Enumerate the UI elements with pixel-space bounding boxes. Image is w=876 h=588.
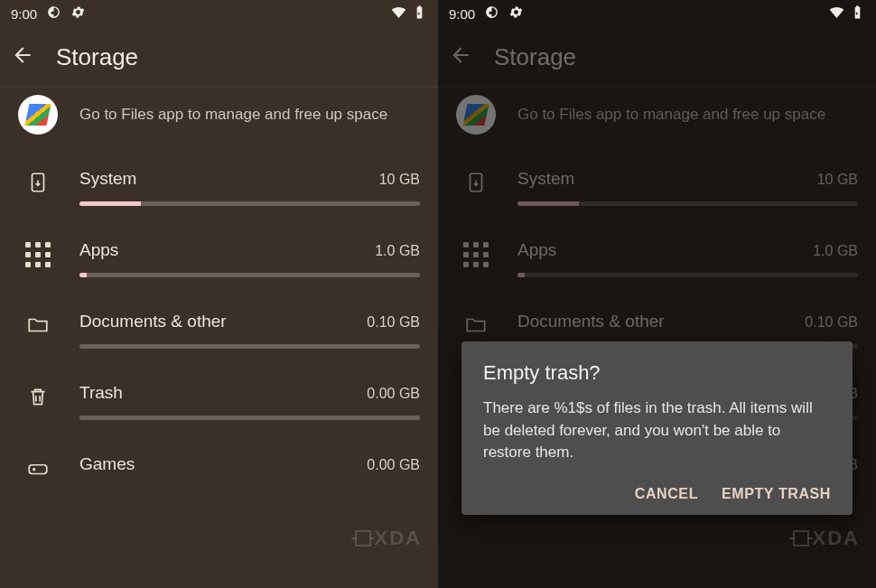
empty-trash-button[interactable]: EMPTY TRASH (722, 486, 831, 502)
category-label: Documents & other (517, 312, 665, 331)
category-label: System (517, 169, 574, 189)
page-title: Storage (494, 43, 576, 71)
files-hint-text: Go to Files app to manage and free up sp… (517, 105, 825, 126)
usage-bar (517, 201, 858, 206)
category-size: 1.0 GB (375, 243, 420, 259)
category-documents[interactable]: Documents & other 0.10 GB (0, 294, 438, 365)
back-button[interactable] (11, 43, 34, 70)
category-apps[interactable]: Apps 1.0 GB (0, 222, 438, 294)
usage-fill (517, 273, 525, 277)
category-trash[interactable]: Trash 0.00 GB (0, 365, 438, 436)
page-title: Storage (56, 43, 138, 71)
settings-gear-icon (70, 5, 86, 23)
system-icon (26, 171, 50, 198)
status-bar: 9:00 (438, 0, 876, 27)
category-label: System (79, 169, 136, 189)
usage-bar (79, 415, 420, 420)
back-button[interactable] (449, 43, 472, 70)
phone-right: 9:00 Storage Go to Files app to manage a… (438, 0, 876, 588)
folder-icon (464, 313, 488, 341)
phone-left: 9:00 Storage Go to Files app to manage a… (0, 0, 438, 588)
category-size: 0.10 GB (805, 314, 858, 331)
app-bar: Storage (438, 27, 876, 87)
usage-bar (79, 273, 420, 277)
data-saver-icon (46, 5, 61, 23)
battery-icon (412, 5, 427, 23)
gamepad-icon (26, 456, 50, 483)
apps-icon (463, 242, 489, 267)
category-label: Documents & other (79, 312, 227, 331)
system-icon (464, 171, 488, 198)
usage-bar (517, 273, 858, 277)
usage-fill (79, 201, 141, 206)
usage-fill (79, 273, 87, 277)
dialog-title: Empty trash? (483, 361, 831, 385)
category-size: 1.0 GB (813, 243, 858, 259)
category-size: 0.10 GB (367, 314, 420, 331)
category-size: 0.00 GB (367, 457, 420, 473)
status-time: 9:00 (11, 6, 37, 22)
app-bar: Storage (0, 27, 438, 87)
files-app-hint[interactable]: Go to Files app to manage and free up sp… (0, 87, 438, 151)
files-hint-text: Go to Files app to manage and free up sp… (79, 105, 387, 126)
category-label: Apps (79, 240, 118, 260)
folder-icon (26, 313, 50, 341)
category-label: Games (79, 454, 135, 474)
data-saver-icon (484, 5, 499, 23)
watermark: XDA (793, 527, 860, 550)
usage-fill (517, 201, 579, 206)
battery-icon (850, 5, 865, 23)
files-app-hint[interactable]: Go to Files app to manage and free up sp… (438, 87, 876, 151)
usage-bar (79, 201, 420, 206)
svg-rect-1 (29, 465, 47, 474)
status-time: 9:00 (449, 6, 475, 22)
wifi-icon (391, 5, 406, 23)
files-app-icon (18, 95, 58, 135)
files-app-icon (456, 95, 496, 135)
wifi-icon (829, 5, 844, 23)
category-apps[interactable]: Apps 1.0 GB (438, 222, 876, 294)
category-size: 10 GB (817, 172, 858, 188)
trash-icon (26, 385, 50, 412)
status-bar: 9:00 (0, 0, 438, 27)
usage-bar (79, 344, 420, 349)
apps-icon (25, 242, 51, 267)
watermark: XDA (355, 527, 422, 550)
category-games[interactable]: Games 0.00 GB (0, 436, 438, 499)
category-system[interactable]: System 10 GB (0, 151, 438, 222)
category-label: Trash (79, 383, 123, 403)
dialog-body: There are %1$s of files in the trash. Al… (483, 397, 831, 464)
category-system[interactable]: System 10 GB (438, 151, 876, 222)
empty-trash-dialog: Empty trash? There are %1$s of files in … (461, 341, 853, 515)
cancel-button[interactable]: CANCEL (635, 486, 698, 502)
category-label: Apps (517, 240, 556, 260)
category-size: 0.00 GB (367, 386, 420, 402)
settings-gear-icon (508, 5, 524, 23)
category-size: 10 GB (379, 172, 420, 188)
